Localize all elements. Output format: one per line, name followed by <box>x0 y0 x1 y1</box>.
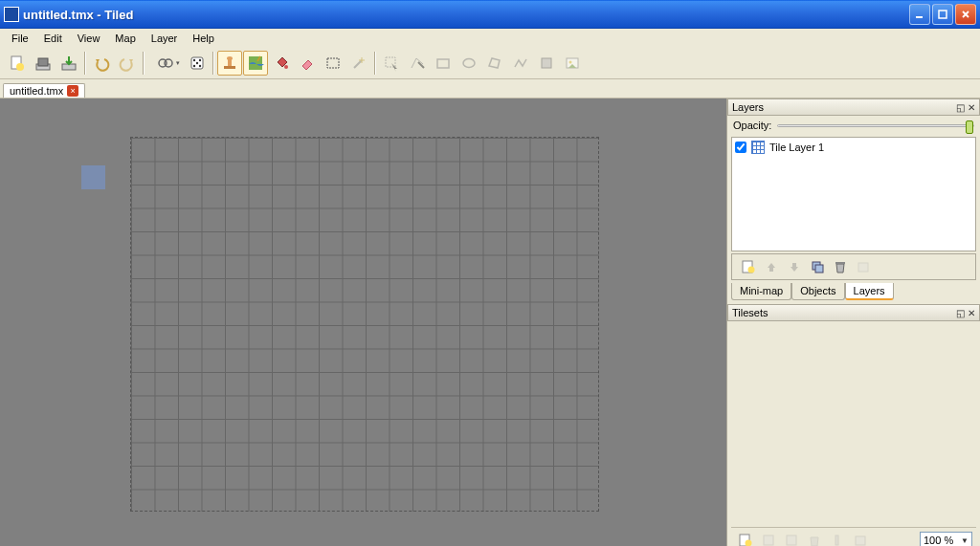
close-panel-icon[interactable]: ✕ <box>968 308 975 318</box>
rect-select-button[interactable] <box>321 51 345 76</box>
tile-cursor-highlight <box>81 165 105 189</box>
close-button[interactable] <box>955 4 976 25</box>
menu-layer[interactable]: Layer <box>144 31 186 46</box>
svg-point-19 <box>284 65 288 69</box>
svg-rect-20 <box>327 58 339 68</box>
select-objects-button[interactable] <box>379 51 404 76</box>
insert-tile-button[interactable] <box>534 51 559 76</box>
layer-up-button[interactable] <box>761 257 782 276</box>
layer-visibility-checkbox[interactable] <box>735 142 746 153</box>
svg-point-3 <box>16 63 24 71</box>
opacity-slider[interactable] <box>777 124 974 127</box>
command-button[interactable] <box>147 51 184 76</box>
side-panels: Layers ◱ ✕ Opacity: Tile Layer 1 Mini-ma <box>726 98 980 546</box>
fill-tool-button[interactable] <box>269 51 294 76</box>
document-tab[interactable]: untitled.tmx × <box>3 83 85 98</box>
svg-point-28 <box>748 267 755 273</box>
open-button[interactable] <box>31 51 56 76</box>
tab-layers[interactable]: Layers <box>845 283 894 300</box>
svg-point-8 <box>165 59 172 67</box>
stamp-tool-button[interactable] <box>217 51 242 76</box>
tab-minimap[interactable]: Mini-map <box>731 283 791 300</box>
layer-down-button[interactable] <box>784 257 805 276</box>
export-tileset-button[interactable] <box>781 531 802 546</box>
menu-view[interactable]: View <box>70 31 108 46</box>
maximize-button[interactable] <box>932 4 953 25</box>
opacity-row: Opacity: <box>727 116 980 135</box>
delete-tileset-button[interactable] <box>804 531 825 546</box>
slider-thumb[interactable] <box>966 120 973 134</box>
new-file-button[interactable] <box>5 51 30 76</box>
layer-properties-button[interactable] <box>853 257 874 276</box>
map-canvas[interactable] <box>0 98 726 546</box>
tilesets-panel-title: Tilesets <box>732 307 768 318</box>
eraser-tool-button[interactable] <box>295 51 320 76</box>
document-tab-row: untitled.tmx × <box>0 79 980 98</box>
svg-rect-39 <box>835 535 838 545</box>
menu-edit[interactable]: Edit <box>36 31 70 46</box>
tilesets-panel-header: Tilesets ◱ ✕ <box>727 304 980 321</box>
layer-row[interactable]: Tile Layer 1 <box>735 141 972 154</box>
svg-point-10 <box>193 59 195 61</box>
svg-rect-40 <box>856 536 865 545</box>
svg-point-23 <box>463 59 475 68</box>
redo-button[interactable] <box>115 51 140 76</box>
opacity-label: Opacity: <box>733 120 771 131</box>
tileset-properties-button[interactable] <box>850 531 871 546</box>
tileset-zoom-select[interactable]: 100 % ▼ <box>920 532 972 546</box>
insert-rectangle-button[interactable] <box>431 51 456 76</box>
insert-polygon-button[interactable] <box>482 51 507 76</box>
tilesets-toolbar: 100 % ▼ <box>731 527 976 546</box>
tileset-zoom-value: 100 % <box>924 535 953 546</box>
close-panel-icon[interactable]: ✕ <box>968 102 975 113</box>
edit-polygons-button[interactable] <box>405 51 430 76</box>
svg-rect-34 <box>858 263 868 272</box>
dropdown-icon: ▼ <box>961 536 969 545</box>
save-button[interactable] <box>56 51 81 76</box>
svg-rect-37 <box>764 535 773 545</box>
random-button[interactable] <box>185 51 210 76</box>
svg-rect-16 <box>228 59 232 66</box>
separator <box>212 52 214 75</box>
undo-button[interactable] <box>89 51 114 76</box>
menu-help[interactable]: Help <box>185 31 222 46</box>
svg-point-11 <box>199 59 201 61</box>
rename-tileset-button[interactable] <box>827 531 848 546</box>
app-icon <box>4 7 19 22</box>
terrain-tool-button[interactable] <box>243 51 268 76</box>
svg-rect-24 <box>542 58 551 68</box>
menubar: File Edit View Map Layer Help <box>0 29 980 48</box>
titlebar: untitled.tmx - Tiled <box>0 0 980 29</box>
main-toolbar <box>0 48 980 79</box>
insert-image-button[interactable] <box>560 51 585 76</box>
svg-rect-5 <box>38 58 48 66</box>
minimize-button[interactable] <box>909 4 930 25</box>
window-controls <box>909 4 976 25</box>
layers-panel-header: Layers ◱ ✕ <box>727 98 980 116</box>
document-tab-label: untitled.tmx <box>10 85 63 97</box>
undock-icon[interactable]: ◱ <box>956 308 965 318</box>
main-area: Layers ◱ ✕ Opacity: Tile Layer 1 Mini-ma <box>0 98 980 546</box>
wand-select-button[interactable] <box>346 51 371 76</box>
menu-file[interactable]: File <box>4 31 36 46</box>
new-tileset-button[interactable] <box>735 531 756 546</box>
tab-objects[interactable]: Objects <box>791 283 844 300</box>
import-tileset-button[interactable] <box>758 531 779 546</box>
layers-panel-tabs: Mini-map Objects Layers <box>727 280 980 300</box>
undock-icon[interactable]: ◱ <box>956 102 965 113</box>
duplicate-layer-button[interactable] <box>807 257 828 276</box>
tilesets-body: 100 % ▼ <box>731 323 976 546</box>
svg-point-17 <box>227 56 233 60</box>
close-tab-icon[interactable]: × <box>67 85 78 97</box>
insert-polyline-button[interactable] <box>508 51 533 76</box>
layer-list[interactable]: Tile Layer 1 <box>731 137 976 251</box>
svg-rect-30 <box>792 263 796 267</box>
svg-rect-33 <box>835 262 845 264</box>
insert-ellipse-button[interactable] <box>457 51 481 76</box>
menu-map[interactable]: Map <box>107 31 143 46</box>
separator <box>143 52 145 75</box>
svg-point-12 <box>196 62 198 64</box>
new-layer-button[interactable] <box>738 257 759 276</box>
delete-layer-button[interactable] <box>830 257 851 276</box>
separator <box>374 52 376 75</box>
